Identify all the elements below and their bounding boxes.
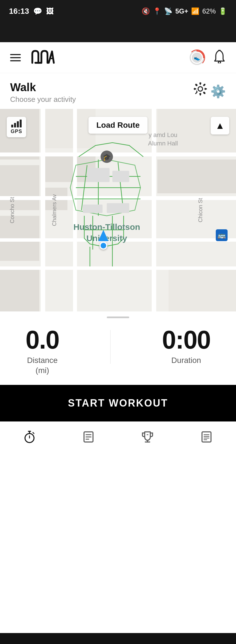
svg-rect-31 xyxy=(112,171,129,182)
svg-rect-18 xyxy=(152,109,156,311)
map-section: Concho St Chalmers Av Chicon St Huston-T… xyxy=(0,109,236,311)
svg-point-4 xyxy=(198,87,203,91)
nav-challenges-button[interactable] xyxy=(118,430,177,446)
log-icon xyxy=(82,430,95,446)
svg-rect-30 xyxy=(87,168,110,182)
location-pin xyxy=(98,230,108,250)
message-icon: 💬 xyxy=(33,7,42,16)
checklist-icon xyxy=(200,430,213,446)
gps-signal-bars xyxy=(11,120,22,127)
app-container: 👟 Walk Choose your activity xyxy=(0,42,236,633)
svg-rect-32 xyxy=(83,205,103,213)
svg-text:🎓: 🎓 xyxy=(103,153,111,161)
pin-arrow-icon xyxy=(98,230,108,241)
pin-dot-icon xyxy=(99,242,107,250)
load-route-button[interactable]: Load Route xyxy=(88,117,148,134)
start-workout-label: START WORKOUT xyxy=(68,397,168,409)
menu-button[interactable] xyxy=(10,54,21,61)
svg-rect-33 xyxy=(107,203,129,213)
svg-rect-9 xyxy=(0,266,39,311)
nav-plan-button[interactable] xyxy=(177,430,236,446)
brand-logo xyxy=(30,49,55,67)
activity-subtitle: Choose your activity xyxy=(10,95,76,104)
header-left xyxy=(10,49,55,67)
load-route-label: Load Route xyxy=(96,121,140,129)
nav-record-button[interactable] xyxy=(0,430,59,446)
bus-stop-icon: 🚌 xyxy=(216,229,228,241)
svg-text:y amd Lou: y amd Lou xyxy=(149,131,178,138)
duration-value: 0:00 xyxy=(162,327,210,353)
mute-icon: 🔇 xyxy=(142,7,150,15)
duration-stat: 0:00 Duration xyxy=(162,327,210,365)
start-workout-button[interactable]: START WORKOUT xyxy=(0,385,236,421)
signal-bars-icon: 📶 xyxy=(191,7,199,15)
settings-button[interactable]: ⚙️ xyxy=(194,82,226,99)
drag-handle-bar xyxy=(107,317,129,318)
activity-title: Walk xyxy=(10,81,76,93)
svg-rect-10 xyxy=(45,109,96,148)
duration-label: Duration xyxy=(171,355,201,365)
distance-value: 0.0 xyxy=(26,327,59,353)
photo-icon: 🖼 xyxy=(46,7,53,16)
app-header: 👟 xyxy=(0,42,236,73)
svg-text:👟: 👟 xyxy=(194,55,200,61)
status-bar: 16:13 💬 🖼 🔇 📍 📡 5G+ 📶 62% 🔋 xyxy=(0,0,236,23)
svg-rect-19 xyxy=(0,152,236,156)
svg-rect-48 xyxy=(202,432,211,442)
notification-bell-button[interactable] xyxy=(213,49,226,66)
stats-section: 0.0 Distance(mi) 0:00 Duration xyxy=(0,322,236,385)
svg-text:Chalmers Av: Chalmers Av xyxy=(51,194,57,226)
trophy-icon xyxy=(141,430,154,446)
north-arrow-button[interactable]: ▲ xyxy=(211,117,229,134)
svg-text:Alumn Hall: Alumn Hall xyxy=(148,140,178,147)
bottom-spacer xyxy=(0,633,236,644)
svg-rect-7 xyxy=(0,165,39,210)
svg-rect-16 xyxy=(41,109,45,311)
stats-divider xyxy=(110,330,111,364)
network-label: 5G+ xyxy=(175,7,188,15)
svg-rect-15 xyxy=(169,266,236,311)
svg-rect-22 xyxy=(0,266,236,270)
svg-rect-14 xyxy=(157,160,236,193)
header-right: 👟 xyxy=(189,49,226,66)
svg-text:Concho St: Concho St xyxy=(9,197,15,223)
svg-line-40 xyxy=(33,432,34,434)
tracking-icon[interactable]: 👟 xyxy=(189,50,205,66)
wifi-icon: 📡 xyxy=(164,7,173,15)
distance-stat: 0.0 Distance(mi) xyxy=(26,327,59,376)
north-arrow-icon: ▲ xyxy=(215,120,225,131)
distance-label: Distance(mi) xyxy=(27,355,58,376)
status-time: 16:13 xyxy=(9,7,29,16)
svg-text:Chicon St: Chicon St xyxy=(197,198,203,222)
nav-log-button[interactable] xyxy=(59,430,118,446)
battery-icon: 🔋 xyxy=(219,7,227,15)
gps-button[interactable]: GPS xyxy=(7,117,26,137)
gps-label: GPS xyxy=(11,129,22,134)
drag-handle[interactable] xyxy=(0,311,236,322)
svg-point-2 xyxy=(218,61,221,63)
stopwatch-icon xyxy=(23,430,36,446)
activity-section: Walk Choose your activity ⚙️ xyxy=(0,73,236,109)
location-icon: 📍 xyxy=(153,7,161,15)
bottom-nav xyxy=(0,421,236,455)
top-spacer xyxy=(0,23,236,42)
battery-text: 62% xyxy=(202,7,216,15)
